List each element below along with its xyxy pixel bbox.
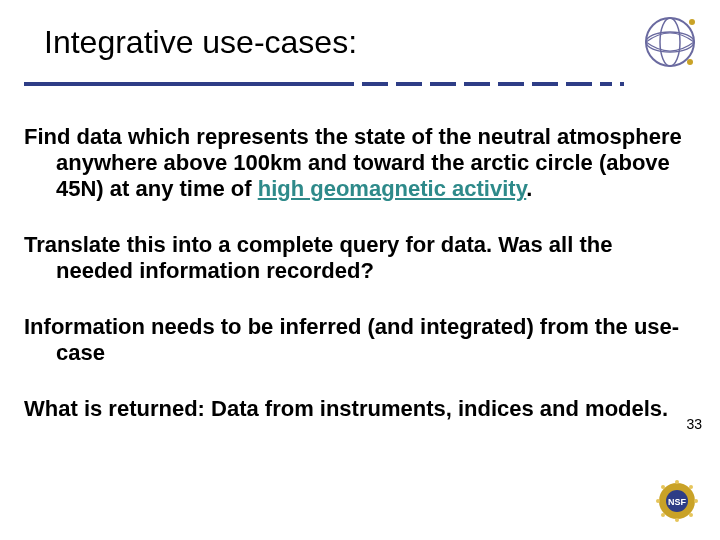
svg-point-11 (689, 485, 693, 489)
paragraph-2: Translate this into a complete query for… (24, 232, 684, 284)
page-number: 33 (686, 416, 702, 432)
svg-point-4 (687, 59, 693, 65)
nsf-badge-icon: NSF (654, 478, 702, 526)
svg-point-0 (646, 18, 694, 66)
svg-point-13 (689, 513, 693, 517)
svg-point-12 (661, 513, 665, 517)
svg-point-2 (660, 18, 680, 66)
p1-suffix: . (526, 176, 532, 201)
paragraph-4: What is returned: Data from instruments,… (24, 396, 684, 422)
decorative-globe-icon (640, 12, 700, 72)
svg-point-9 (694, 499, 698, 503)
svg-point-3 (689, 19, 695, 25)
svg-point-7 (675, 518, 679, 522)
geomagnetic-link[interactable]: high geomagnetic activity (258, 176, 527, 201)
svg-point-10 (661, 485, 665, 489)
slide-title: Integrative use-cases: (0, 0, 720, 61)
paragraph-1: Find data which represents the state of … (24, 124, 684, 202)
title-divider (24, 82, 664, 86)
paragraph-3: Information needs to be inferred (and in… (24, 314, 684, 366)
svg-text:NSF: NSF (668, 497, 687, 507)
svg-point-6 (675, 480, 679, 484)
svg-point-1 (646, 32, 694, 52)
svg-point-8 (656, 499, 660, 503)
